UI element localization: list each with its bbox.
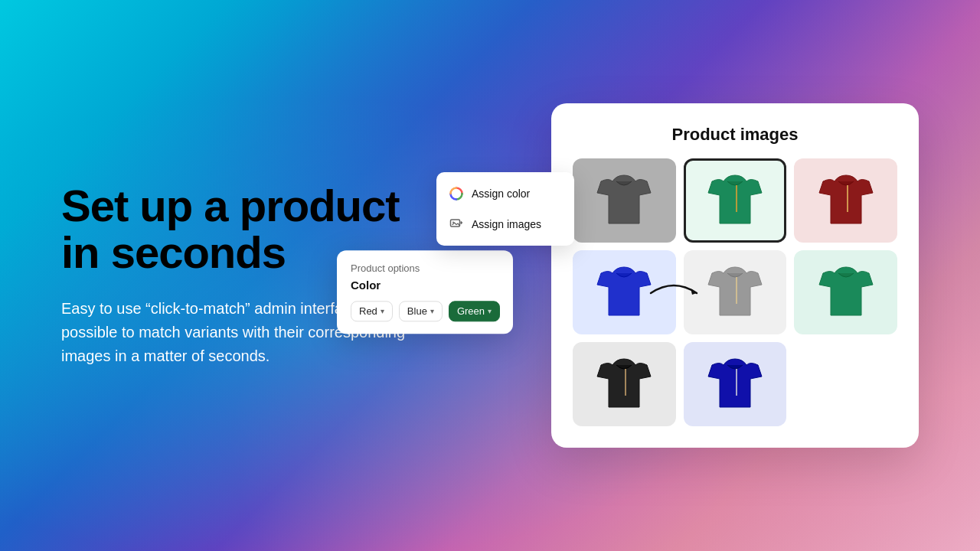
image-cell-3[interactable] bbox=[794, 158, 897, 243]
image-cell-5[interactable] bbox=[684, 250, 787, 334]
chevron-down-icon: ▾ bbox=[488, 307, 492, 315]
color-tag-red[interactable]: Red ▾ bbox=[351, 301, 393, 321]
color-tag-blue[interactable]: Blue ▾ bbox=[399, 301, 443, 321]
image-cell-1[interactable] bbox=[573, 158, 676, 243]
image-cell-8[interactable] bbox=[684, 342, 787, 426]
image-cell-2[interactable] bbox=[684, 158, 787, 243]
color-label: Color bbox=[351, 279, 499, 292]
image-cell-4[interactable] bbox=[573, 250, 676, 334]
product-images-card: Product images bbox=[551, 103, 919, 448]
assign-images-menu-item[interactable]: Assign images bbox=[436, 209, 574, 240]
card-title: Product images bbox=[573, 125, 897, 145]
right-section: Product options Color Red ▾ Blue ▾ Green… bbox=[490, 103, 919, 448]
chevron-down-icon: ▾ bbox=[430, 307, 434, 315]
context-menu: Assign color Assign images bbox=[436, 172, 574, 246]
svg-point-2 bbox=[452, 222, 454, 223]
image-cell-6[interactable] bbox=[794, 250, 897, 334]
color-tags: Red ▾ Blue ▾ Green ▾ bbox=[351, 301, 499, 321]
color-wheel-icon bbox=[449, 186, 464, 201]
options-label: Product options bbox=[351, 262, 499, 274]
assign-color-menu-item[interactable]: Assign color bbox=[436, 178, 574, 209]
image-assign-icon bbox=[449, 217, 464, 232]
page-content: Set up a product in seconds Easy to use … bbox=[0, 0, 980, 551]
product-options-card: Product options Color Red ▾ Blue ▾ Green… bbox=[337, 250, 513, 334]
color-tag-green[interactable]: Green ▾ bbox=[449, 301, 500, 321]
image-grid bbox=[573, 158, 897, 426]
chevron-down-icon: ▾ bbox=[381, 307, 384, 315]
image-cell-7[interactable] bbox=[573, 342, 676, 426]
